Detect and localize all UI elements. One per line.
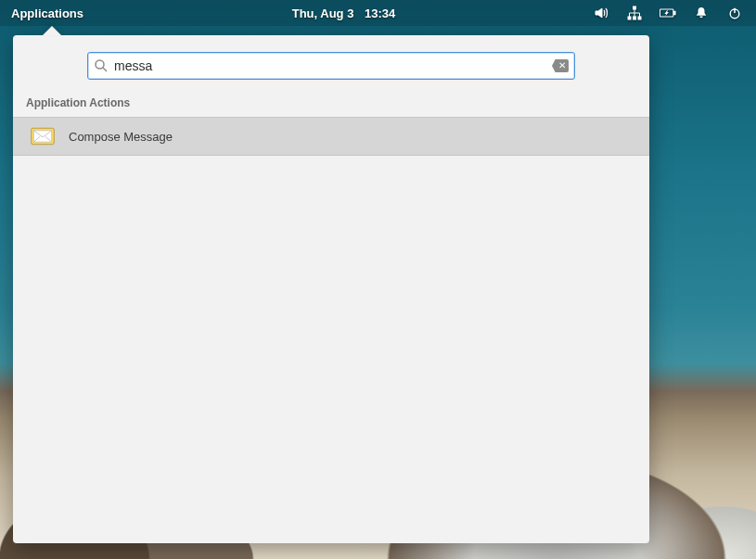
svg-rect-0 xyxy=(634,6,636,9)
mail-icon xyxy=(30,123,56,149)
applications-dropdown: ✕ Application Actions Compose Message xyxy=(13,35,649,543)
applications-menu-button[interactable]: Applications xyxy=(0,6,95,20)
svg-rect-1 xyxy=(628,17,631,19)
notification-icon[interactable] xyxy=(693,5,710,21)
top-bar: Applications Thu, Aug 3 13:34 xyxy=(0,0,756,26)
volume-icon[interactable] xyxy=(593,5,609,21)
result-item-compose-message[interactable]: Compose Message xyxy=(13,117,649,156)
clock-time: 13:34 xyxy=(365,6,395,20)
svg-rect-2 xyxy=(634,17,636,19)
clear-search-button[interactable]: ✕ xyxy=(552,59,569,72)
power-icon[interactable] xyxy=(726,5,743,21)
result-item-label: Compose Message xyxy=(69,130,173,144)
svg-point-7 xyxy=(96,60,104,69)
dropdown-arrow xyxy=(43,26,61,35)
svg-rect-3 xyxy=(638,17,641,19)
results-section-header: Application Actions xyxy=(13,91,649,117)
battery-icon[interactable] xyxy=(660,5,676,21)
network-icon[interactable] xyxy=(626,5,643,21)
clock[interactable]: Thu, Aug 3 13:34 xyxy=(95,6,593,20)
search-icon xyxy=(94,58,109,73)
clock-date: Thu, Aug 3 xyxy=(292,6,354,20)
system-tray xyxy=(593,5,756,21)
search-input[interactable] xyxy=(114,58,552,73)
search-box[interactable]: ✕ xyxy=(87,52,575,80)
svg-rect-5 xyxy=(673,11,675,15)
